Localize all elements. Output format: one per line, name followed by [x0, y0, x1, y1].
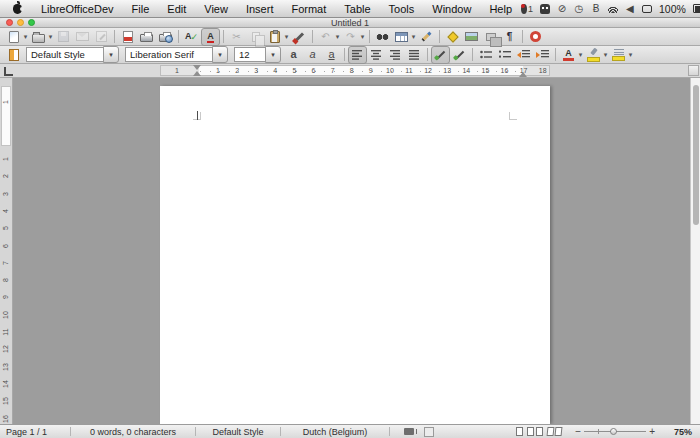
font-color-button[interactable]: A	[559, 46, 578, 64]
italic-button[interactable]: a	[303, 46, 322, 64]
undo-button[interactable]: ↶	[316, 28, 335, 46]
book-view-button[interactable]	[547, 427, 555, 436]
copy-button[interactable]	[246, 28, 265, 46]
word-count-status[interactable]: 0 words, 0 characters	[71, 427, 195, 437]
page-preview-button[interactable]	[156, 28, 175, 46]
messages-status-icon[interactable]: 1	[521, 3, 533, 15]
menu-item[interactable]: View	[195, 1, 237, 17]
zoom-out-button[interactable]: −	[572, 426, 584, 437]
align-right-button[interactable]	[386, 46, 405, 64]
close-button[interactable]	[6, 19, 13, 26]
font-name-value[interactable]: Liberation Serif	[125, 47, 213, 62]
new-document-button[interactable]	[4, 28, 23, 46]
new-dropdown-arrow-icon[interactable]: ▾	[22, 33, 29, 41]
export-pdf-button[interactable]	[118, 28, 137, 46]
paste-dropdown-arrow-icon[interactable]: ▾	[283, 33, 290, 41]
clone-formatting-button[interactable]	[290, 28, 309, 46]
multi-page-view-button[interactable]	[527, 427, 534, 436]
menu-item[interactable]: File	[123, 1, 159, 17]
battery-percent[interactable]: 100%	[659, 3, 686, 15]
edit-file-button[interactable]	[92, 28, 111, 46]
menu-item[interactable]: Help	[480, 1, 521, 17]
tab-stop-type-selector[interactable]	[4, 67, 13, 76]
page-number-status[interactable]: Page 1 / 1	[0, 427, 70, 437]
zoom-button[interactable]	[28, 19, 35, 26]
ruler-corner-button[interactable]	[688, 65, 699, 76]
bold-button[interactable]: a	[284, 46, 303, 64]
zoom-slider-thumb[interactable]	[610, 428, 617, 435]
document-page[interactable]	[160, 86, 550, 424]
pen-toggle-button-1[interactable]	[431, 46, 450, 64]
time-machine-icon[interactable]: ◷	[574, 3, 584, 15]
single-page-view-button[interactable]	[516, 427, 523, 436]
selection-mode-icon[interactable]	[424, 427, 434, 437]
undo-dropdown-arrow-icon[interactable]: ▾	[334, 33, 341, 41]
help-button[interactable]	[526, 28, 545, 46]
font-size-dropdown-button[interactable]: ▾	[265, 46, 281, 63]
numbered-list-button[interactable]	[495, 46, 514, 64]
do-not-disturb-icon[interactable]: ⊘	[557, 3, 567, 15]
background-color-dropdown-arrow-icon[interactable]: ▾	[627, 51, 634, 59]
table-dropdown-arrow-icon[interactable]: ▾	[410, 33, 417, 41]
menu-item[interactable]: Insert	[237, 1, 283, 17]
font-name-dropdown-button[interactable]: ▾	[212, 46, 228, 63]
vertical-scrollbar[interactable]	[690, 78, 700, 424]
paste-button[interactable]	[265, 28, 284, 46]
save-button[interactable]	[54, 28, 73, 46]
autospellcheck-button[interactable]: A	[201, 28, 220, 46]
font-size-value[interactable]: 12	[234, 47, 266, 62]
menu-item[interactable]: Edit	[158, 1, 195, 17]
menu-item[interactable]: LibreOfficeDev	[32, 1, 123, 17]
print-button[interactable]	[137, 28, 156, 46]
navigator-button[interactable]	[443, 28, 462, 46]
bullet-list-button[interactable]	[476, 46, 495, 64]
vault-menu-icon[interactable]	[540, 3, 550, 15]
justify-button[interactable]	[405, 46, 424, 64]
spelling-button[interactable]: A✓	[182, 28, 201, 46]
wifi-icon[interactable]	[608, 3, 618, 15]
highlighting-dropdown-arrow-icon[interactable]: ▾	[602, 51, 609, 59]
zoom-in-button[interactable]: +	[646, 426, 658, 437]
zoom-level[interactable]: 75%	[658, 427, 700, 437]
indent-marker[interactable]	[193, 65, 202, 76]
scrollbar-thumb[interactable]	[693, 85, 699, 225]
paragraph-style-value[interactable]: Default Style	[26, 47, 104, 62]
paragraph-style-dropdown-button[interactable]: ▾	[103, 46, 119, 63]
insert-table-button[interactable]	[392, 28, 411, 46]
menu-item[interactable]: Tools	[380, 1, 424, 17]
menu-item[interactable]: Table	[335, 1, 379, 17]
align-center-button[interactable]	[367, 46, 386, 64]
cut-button[interactable]: ✂	[227, 28, 246, 46]
background-color-button[interactable]	[609, 46, 628, 64]
insert-mode-icon[interactable]	[404, 428, 414, 435]
open-button[interactable]	[29, 28, 48, 46]
decrease-indent-button[interactable]	[514, 46, 533, 64]
bluetooth-icon[interactable]: Ƀ	[591, 3, 601, 15]
battery-menu[interactable]	[693, 3, 700, 15]
styles-button[interactable]	[4, 46, 23, 64]
pen-toggle-button-2[interactable]	[450, 46, 469, 64]
email-document-button[interactable]	[73, 28, 92, 46]
gallery-button[interactable]	[462, 28, 481, 46]
menu-item[interactable]: Format	[282, 1, 335, 17]
increase-indent-button[interactable]	[533, 46, 552, 64]
vertical-ruler[interactable]: 1 12345678910111213141516	[0, 78, 13, 424]
open-dropdown-arrow-icon[interactable]: ▾	[47, 33, 54, 41]
draw-functions-button[interactable]	[417, 28, 436, 46]
redo-button[interactable]: ↷	[341, 28, 360, 46]
language-status[interactable]: Dutch (Belgium)	[281, 427, 389, 437]
underline-button[interactable]: a	[322, 46, 341, 64]
zoom-slider[interactable]	[584, 427, 646, 436]
highlighting-button[interactable]	[584, 46, 603, 64]
font-color-dropdown-arrow-icon[interactable]: ▾	[577, 51, 584, 59]
data-sources-button[interactable]	[481, 28, 500, 46]
volume-icon[interactable]: ◀	[625, 3, 635, 15]
title-bar[interactable]: Untitled 1	[0, 18, 700, 28]
minimize-button[interactable]	[17, 19, 24, 26]
apple-menu[interactable]	[0, 4, 32, 14]
align-left-button[interactable]	[348, 46, 367, 64]
find-replace-button[interactable]	[373, 28, 392, 46]
formatting-marks-button[interactable]: ¶	[500, 28, 519, 46]
redo-dropdown-arrow-icon[interactable]: ▾	[359, 33, 366, 41]
menu-item[interactable]: Window	[423, 1, 480, 17]
